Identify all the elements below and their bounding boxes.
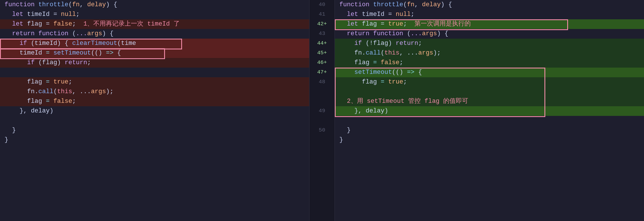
code-line: flag = false;	[0, 97, 309, 106]
code-line: }	[0, 126, 309, 135]
code-line: 2、用 setTimeout 管控 flag 的值即可	[335, 97, 644, 106]
gutter-line	[309, 97, 335, 106]
code-line: let timeId = null;	[335, 10, 644, 19]
right-code-area: function throttle(fn, delay) { let timeI…	[335, 0, 644, 221]
diff-viewer: function throttle(fn, delay) { let timeI…	[0, 0, 644, 221]
code-line: flag = false;	[335, 58, 644, 68]
gutter-line: 42+	[309, 19, 335, 29]
gutter-line: 48	[309, 77, 335, 87]
code-line: timeId = setTimeout(() => {	[0, 48, 309, 58]
code-line: }	[0, 135, 309, 145]
code-line: }	[335, 126, 644, 135]
code-line: function throttle(fn, delay) {	[335, 0, 644, 10]
line-numbers-gutter: 404142+4344+45+46+47+484950	[309, 0, 335, 221]
code-line	[0, 116, 309, 126]
code-line: return function (...args) {	[335, 29, 644, 39]
gutter-line: 45+	[309, 48, 335, 58]
code-line: if (flag) return;	[0, 58, 309, 68]
gutter-line: 40	[309, 0, 335, 10]
gutter-line	[309, 116, 335, 126]
code-line: let flag = true; 第一次调用是执行的	[335, 19, 644, 29]
code-line: if (timeId) { clearTimeout(time	[0, 39, 309, 48]
code-line: setTimeout(() => {	[335, 68, 644, 77]
code-line: flag = true;	[335, 77, 644, 87]
code-line: let timeId = null;	[0, 10, 309, 19]
gutter-line	[309, 87, 335, 97]
code-line: fn.call(this, ...args);	[335, 48, 644, 58]
gutter-line	[309, 135, 335, 145]
gutter-line: 49	[309, 106, 335, 116]
gutter-line: 47+	[309, 68, 335, 77]
code-line: fn.call(this, ...args);	[0, 87, 309, 97]
left-code-area: function throttle(fn, delay) { let timeI…	[0, 0, 309, 221]
code-line: flag = true;	[0, 77, 309, 87]
code-line: }	[335, 135, 644, 145]
left-panel: function throttle(fn, delay) { let timeI…	[0, 0, 309, 221]
code-line: function throttle(fn, delay) {	[0, 0, 309, 10]
code-line: }, delay)	[335, 106, 644, 116]
code-line: let flag = false; 1、不用再记录上一次 timeId 了	[0, 19, 309, 29]
code-line	[0, 68, 309, 77]
gutter-line: 50	[309, 126, 335, 135]
gutter-line: 43	[309, 29, 335, 39]
code-line	[335, 87, 644, 97]
code-line: if (!flag) return;	[335, 39, 644, 48]
gutter-line: 46+	[309, 58, 335, 68]
code-line: return function (...args) {	[0, 29, 309, 39]
gutter-line: 44+	[309, 39, 335, 48]
code-line	[335, 116, 644, 126]
code-line: }, delay)	[0, 106, 309, 116]
gutter-line: 41	[309, 10, 335, 19]
right-panel: function throttle(fn, delay) { let timeI…	[335, 0, 644, 221]
